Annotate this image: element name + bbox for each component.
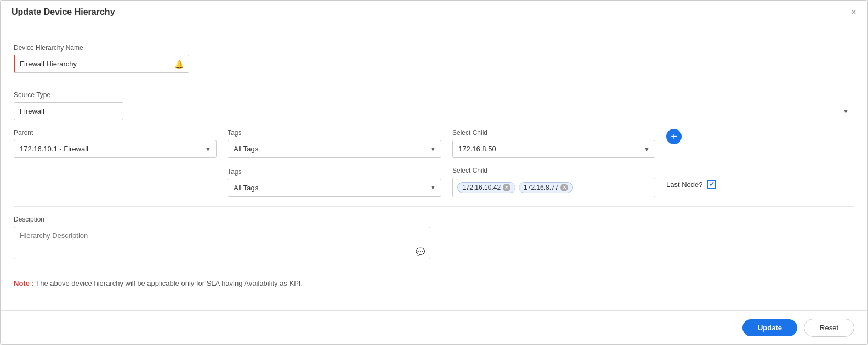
modal-header: Update Device Hierarchy × xyxy=(1,1,867,24)
description-textarea-wrapper: 💬 xyxy=(14,227,430,262)
parent-select[interactable]: 172.16.10.1 - Firewall xyxy=(14,140,217,158)
child-tag-2-remove[interactable]: ✕ xyxy=(560,184,568,191)
child-tag-1-remove[interactable]: ✕ xyxy=(503,184,510,191)
source-type-label: Source Type xyxy=(14,91,854,99)
parent-select-wrapper: 172.16.10.1 - Firewall ▼ xyxy=(14,140,217,158)
description-textarea[interactable] xyxy=(14,227,430,259)
reset-button[interactable]: Reset xyxy=(804,319,854,337)
update-device-hierarchy-modal: Update Device Hierarchy × Device Hierarc… xyxy=(0,0,868,345)
modal-body: Device Hierarchy Name 🔔 Source Type Fire… xyxy=(1,24,867,310)
child-tag-1: 172.16.10.42 ✕ xyxy=(457,182,515,193)
update-button[interactable]: Update xyxy=(742,319,797,336)
note-text: Note : The above device hierarchy will b… xyxy=(14,279,854,287)
tags-select-1[interactable]: All Tags xyxy=(228,140,441,158)
close-button[interactable]: × xyxy=(850,7,856,17)
child-tag-1-label: 172.16.10.42 xyxy=(462,184,501,191)
select-child-tags-container[interactable]: 172.16.10.42 ✕ 172.16.8.77 ✕ xyxy=(452,178,655,197)
tags-select-2[interactable]: All Tags xyxy=(228,179,441,197)
select-child-label-2: Select Child xyxy=(452,167,655,174)
comment-icon: 💬 xyxy=(416,247,425,256)
hierarchy-name-input[interactable] xyxy=(14,55,189,73)
child-tag-2: 172.16.8.77 ✕ xyxy=(519,182,573,193)
modal-footer: Update Reset xyxy=(1,310,867,344)
source-type-select-wrapper: Firewall Router Switch ▼ xyxy=(14,102,854,120)
tags2-child2-lastnode-row: Tags All Tags ▼ Select Child 172.16.10.4… xyxy=(228,167,854,197)
tags-select-wrapper-1: All Tags ▼ xyxy=(228,140,441,158)
add-child-button[interactable]: + xyxy=(666,129,682,144)
tags-group-1: Tags All Tags ▼ xyxy=(228,129,441,158)
source-type-select[interactable]: Firewall Router Switch xyxy=(14,102,123,120)
config-section: Source Type Firewall Router Switch ▼ Par… xyxy=(14,82,854,207)
modal-title: Update Device Hierarchy xyxy=(12,7,115,17)
source-type-group: Source Type Firewall Router Switch ▼ xyxy=(14,91,854,120)
note-section: Note : The above device hierarchy will b… xyxy=(14,270,854,292)
child-tag-2-label: 172.16.8.77 xyxy=(524,184,558,191)
select-child-select-1[interactable]: 172.16.8.50 xyxy=(452,140,655,158)
select-child-label-1: Select Child xyxy=(452,129,655,137)
tags-label-2: Tags xyxy=(228,168,441,176)
description-label: Desciption xyxy=(14,216,854,223)
parent-tags-child-row: Parent 172.16.10.1 - Firewall ▼ Tags All… xyxy=(14,129,854,158)
hierarchy-name-input-wrapper: 🔔 xyxy=(14,55,189,73)
bell-icon: 🔔 xyxy=(174,60,184,69)
tags-label-1: Tags xyxy=(228,129,441,137)
select-child-group-2: Select Child 172.16.10.42 ✕ 172.16.8.77 … xyxy=(452,167,655,197)
parent-label: Parent xyxy=(14,129,217,137)
source-type-arrow-icon: ▼ xyxy=(843,108,849,115)
select-child-select-wrapper-1: 172.16.8.50 ▼ xyxy=(452,140,655,158)
description-section: Desciption 💬 xyxy=(14,207,854,270)
select-child-group-1: Select Child 172.16.8.50 ▼ xyxy=(452,129,655,158)
note-label: Note : xyxy=(14,279,34,287)
hierarchy-name-section: Device Hierarchy Name 🔔 xyxy=(14,35,854,82)
last-node-group: Last Node? xyxy=(666,180,716,189)
add-child-wrapper: + xyxy=(666,129,682,145)
hierarchy-name-label: Device Hierarchy Name xyxy=(14,44,854,52)
tags-group-2: Tags All Tags ▼ xyxy=(228,168,441,197)
parent-group: Parent 172.16.10.1 - Firewall ▼ xyxy=(14,129,217,158)
last-node-label: Last Node? xyxy=(666,180,703,189)
tags-select-wrapper-2: All Tags ▼ xyxy=(228,179,441,197)
note-content: The above device hierarchy will be appli… xyxy=(34,279,303,287)
last-node-checkbox[interactable] xyxy=(707,180,716,189)
